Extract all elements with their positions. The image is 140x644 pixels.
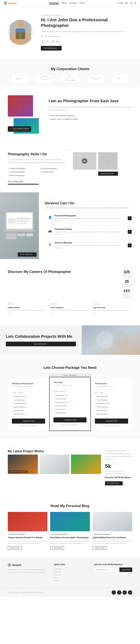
- footer-social-facebook[interactable]: f: [112, 590, 116, 594]
- service-item-1[interactable]: 👤 Personal Photographer Lorem ipsum dolo…: [45, 212, 134, 224]
- svg-rect-20: [4, 230, 35, 232]
- proj-bg-3: [71, 454, 101, 474]
- service-3-arrow[interactable]: +: [128, 244, 132, 247]
- project-image-3[interactable]: [71, 454, 101, 474]
- social-google[interactable]: g+: [56, 40, 60, 44]
- email-input[interactable]: [94, 568, 118, 572]
- pricing-card-wedding: Wedding Photoshoot Lorem ipsum dolor sit…: [8, 378, 49, 431]
- blog-post-title-2: Best Nature Recomendation Photography: [50, 536, 90, 539]
- footer-link-2[interactable]: About Me: [54, 570, 86, 573]
- services-img-inner: [0, 192, 39, 259]
- nav-homepage[interactable]: Homepage: [49, 2, 59, 4]
- social-linkedin[interactable]: in: [51, 40, 55, 44]
- collab-cta-btn[interactable]: TALK WITH ME →: [6, 342, 76, 346]
- footer-link-list: Homepage About Me Photo File Blog Contac…: [54, 568, 86, 582]
- menu-icon[interactable]: ☰: [134, 2, 136, 4]
- footer-social-twitter[interactable]: t: [117, 590, 121, 594]
- pricing-card-personal: Personal Lorem ipsum dolor sit amet $ 88…: [49, 377, 91, 431]
- learn-more-btn-1[interactable]: LEARN MORE: [8, 546, 22, 550]
- service-item-3[interactable]: 🎉 Events & Moments Lorem ipsum dolor sit…: [45, 240, 134, 251]
- choose-btn-3[interactable]: CHOOSE THIS: [95, 418, 128, 424]
- nav-services[interactable]: Services: [69, 2, 77, 4]
- skill-1: Portrait Photography: [8, 167, 36, 170]
- feature-3-4: Perfect Moments: [95, 406, 128, 409]
- service-item-2[interactable]: 📷 Photoshoot Studio Lorem ipsum dolor si…: [45, 226, 134, 238]
- svg-point-7: [41, 77, 49, 80]
- stat-personal-label: Personal WorkLorem ipsum: [121, 274, 132, 278]
- nav-about[interactable]: About: [62, 2, 67, 4]
- footer-link-1[interactable]: Homepage: [54, 568, 86, 570]
- svg-rect-5: [21, 32, 25, 39]
- clients-section: ◈ My Corporation Clients Brand N: [0, 58, 140, 88]
- learn-more-btn-3[interactable]: LEARN MORE: [93, 546, 106, 550]
- project-image-2[interactable]: [39, 454, 69, 474]
- svg-text:🗼: 🗼: [17, 102, 24, 108]
- discover-all-btn[interactable]: GO PORTFOLIO →: [105, 481, 123, 485]
- timeline-desc-1: Lorem ipsum dolor sit amet consectetur a…: [8, 309, 47, 314]
- footer-logo-text: Hanpot: [12, 564, 21, 566]
- skills-right: Video ▶ Photo DISCOVER MORE →: [73, 152, 132, 185]
- footer-social-linkedin[interactable]: in: [122, 590, 127, 594]
- blog-post-title-1: Camera Handrod Position For Newbie: [8, 536, 47, 539]
- choose-btn-1[interactable]: CHOOSE THIS: [12, 418, 45, 424]
- hero-location: 📍 Porto, Lorem Location: [41, 36, 132, 38]
- svg-rect-4: [16, 32, 20, 39]
- hero-portfolio-btn[interactable]: MY PORTFOLIO →: [41, 46, 62, 50]
- discover-all-title: Discover All Of My Works: [105, 476, 132, 478]
- about-images: 🗼 🌲 ★ 5 Stars Rating Feedback Lorem ipsu…: [8, 95, 43, 134]
- printable-link-1[interactable]: PRINTABLE CONTRACT: [12, 425, 45, 427]
- about-list: Years Of Experience Adipiscing Agency Wo…: [49, 114, 132, 121]
- social-twitter[interactable]: t: [46, 40, 50, 44]
- subscribe-btn[interactable]: SUBSCRIBE: [119, 568, 132, 572]
- nav-photo[interactable]: Photo: [80, 2, 85, 4]
- proj-bg-2: [39, 454, 69, 474]
- printable-link-2[interactable]: PRINTABLE CONTRACT: [53, 424, 86, 426]
- search-icon[interactable]: 🔍: [130, 2, 133, 4]
- service-2-arrow[interactable]: +: [128, 230, 132, 234]
- choose-btn-2[interactable]: CHOOSE THIS: [53, 418, 86, 422]
- photoshoot-studio-icon: 📷: [47, 228, 53, 234]
- blog-bg-2: [50, 512, 90, 531]
- timeline-desc-3: Lorem ipsum dolor sit amet consectetur a…: [93, 309, 132, 314]
- svg-rect-24: [17, 222, 26, 224]
- svg-marker-8: [65, 76, 75, 80]
- clients-tag: ◈: [8, 64, 132, 66]
- social-facebook[interactable]: f: [41, 40, 45, 44]
- projects-inner: My Latest Project Works WEDDING PHOTOSHO…: [8, 450, 132, 485]
- blog-post-desc-1: Lorem ipsum dolor sit amet consectetur a…: [8, 540, 47, 545]
- card-spacer-1: [8, 374, 49, 378]
- footer-link-3[interactable]: Photo File: [54, 573, 86, 576]
- logo[interactable]: Hanpot: [4, 2, 17, 5]
- svg-rect-33: [71, 454, 101, 474]
- blog-card-2: Downloading Photography Best Nature Reco…: [50, 512, 90, 550]
- about-content: ◈ I am an Photographer From East Java Lo…: [49, 95, 132, 121]
- printable-link-3[interactable]: PRINTABLE CONTRACT: [95, 425, 128, 427]
- card-wrap-3: Photoshoot Lorem ipsum dolor sit amet $ …: [91, 374, 132, 431]
- discover-more-btn[interactable]: DISCOVER MORE →: [98, 172, 118, 176]
- hero-image-wrap: [6, 20, 35, 45]
- stat-corporate-number: 35: [121, 279, 132, 284]
- go-service-btn[interactable]: GO MY SERVICE →: [18, 252, 37, 257]
- play-icon[interactable]: ▶: [82, 158, 87, 164]
- footer-link-5[interactable]: Contact: [54, 579, 86, 582]
- skills-video-thumb[interactable]: Video ▶: [73, 152, 96, 170]
- project-image-1[interactable]: WEDDING PHOTOSHOOT: [8, 454, 38, 474]
- learn-more-btn-2[interactable]: LEARN MORE: [50, 546, 64, 550]
- svg-rect-32: [39, 454, 69, 474]
- feature-1-4: Perfect Moments: [12, 406, 45, 409]
- service-1-arrow[interactable]: +: [128, 216, 132, 220]
- feature-1-5: Best Concepts: [12, 409, 45, 412]
- client-logo-5: N: [113, 75, 128, 82]
- logo-text: Hanpot: [8, 2, 17, 5]
- stat-corporate-work: 35 Corporate WorkLorem ipsum: [121, 279, 132, 287]
- play-button-overlay[interactable]: ▶: [73, 152, 96, 170]
- card-2-sub: Lorem ipsum dolor sit amet: [53, 384, 86, 386]
- svg-point-29: [96, 331, 114, 349]
- svg-rect-26: [18, 234, 25, 236]
- timeline-desc-2: Lorem ipsum dolor sit amet consectetur a…: [51, 309, 89, 314]
- footer-social-google[interactable]: g: [128, 590, 132, 594]
- footer-link-4[interactable]: Blog: [54, 576, 86, 579]
- view-skills-link[interactable]: View / Display Skills: [8, 180, 23, 182]
- card-2-features: Professional Task Free Retouches Profess…: [53, 394, 86, 415]
- feature-3-3: Professional Short: [95, 402, 128, 406]
